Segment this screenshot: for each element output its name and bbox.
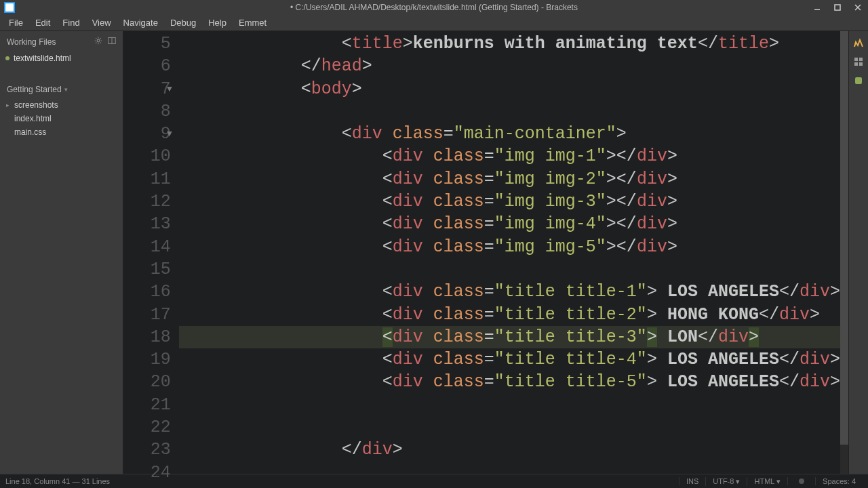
svg-rect-0 <box>5 3 14 12</box>
code-line[interactable]: <div class="main-container"> <box>179 123 840 145</box>
fold-toggle-icon[interactable]: ▼ <box>167 123 172 145</box>
menu-navigate[interactable]: Navigate <box>117 15 164 31</box>
maximize-button[interactable] <box>827 0 848 15</box>
project-header[interactable]: Getting Started <box>0 81 123 98</box>
menu-view[interactable]: View <box>86 15 117 31</box>
code-line[interactable]: </div> <box>179 439 840 461</box>
tree-folder[interactable]: screenshots <box>0 98 123 112</box>
line-gutter: 567▼89▼101112131415161718192021222324 <box>123 31 179 474</box>
cursor-position[interactable]: Line 18, Column 41 — 31 Lines <box>5 477 679 485</box>
window-title: • C:/Users/ADIL AHMAD/Desktop/k/textwits… <box>290 3 578 12</box>
code-line[interactable]: <div class="img img-2"></div> <box>179 168 840 190</box>
indent-mode[interactable]: Spaces: 4 <box>815 477 863 485</box>
fold-toggle-icon[interactable]: ▼ <box>167 78 172 100</box>
app-logo-icon <box>4 2 15 13</box>
tree-file[interactable]: main.css <box>0 125 123 139</box>
code-line[interactable] <box>179 416 840 439</box>
code-line[interactable]: <div class="title title-3"> LON</div> <box>179 326 840 348</box>
lint-status-icon[interactable] <box>787 477 815 485</box>
minimize-button[interactable] <box>807 0 827 15</box>
code-line[interactable]: <body> <box>179 78 840 100</box>
svg-rect-8 <box>854 58 858 61</box>
menu-edit[interactable]: Edit <box>29 15 56 31</box>
code-line[interactable]: <div class="img img-1"></div> <box>179 145 840 167</box>
code-line[interactable] <box>179 258 840 281</box>
working-files-label: Working Files <box>7 37 56 47</box>
code-line[interactable]: <div class="title title-2"> HONG KONG</d… <box>179 304 840 326</box>
code-line[interactable]: <div class="img img-3"></div> <box>179 190 840 213</box>
live-preview-icon[interactable] <box>852 37 865 49</box>
menu-file[interactable]: File <box>3 15 29 31</box>
code-line[interactable]: <div class="img img-4"></div> <box>179 213 840 235</box>
insert-mode[interactable]: INS <box>679 477 705 485</box>
main-area: Working Files textwitslide.html Getting … <box>0 31 868 474</box>
menubar: FileEditFindViewNavigateDebugHelpEmmet <box>0 15 868 31</box>
menu-help[interactable]: Help <box>202 15 233 31</box>
menu-emmet[interactable]: Emmet <box>233 15 273 31</box>
project-label: Getting Started <box>7 85 62 94</box>
code-line[interactable]: <title>kenburns with animating text</tit… <box>179 33 840 55</box>
svg-rect-12 <box>855 77 862 84</box>
code-line[interactable] <box>179 394 840 416</box>
titlebar: • C:/Users/ADIL AHMAD/Desktop/k/textwits… <box>0 0 868 15</box>
tree-file[interactable]: index.html <box>0 112 123 125</box>
code-line[interactable]: <div class="title title-5"> LOS ANGELES<… <box>179 371 840 393</box>
language-mode[interactable]: HTML ▾ <box>747 477 787 486</box>
scrollbar-thumb[interactable] <box>840 31 848 445</box>
plugin-icon[interactable] <box>852 75 865 87</box>
svg-point-5 <box>97 39 100 42</box>
split-view-icon[interactable] <box>108 37 116 47</box>
working-files-header: Working Files <box>0 31 123 51</box>
sidebar: Working Files textwitslide.html Getting … <box>0 31 123 474</box>
code-line[interactable] <box>179 100 840 123</box>
svg-rect-2 <box>835 5 840 10</box>
vertical-scrollbar[interactable] <box>840 31 848 474</box>
editor[interactable]: 567▼89▼101112131415161718192021222324 <t… <box>123 31 848 474</box>
working-file[interactable]: textwitslide.html <box>0 51 123 66</box>
svg-rect-10 <box>854 62 858 66</box>
extension-bar <box>848 31 868 474</box>
code-line[interactable]: </head> <box>179 55 840 77</box>
menu-debug[interactable]: Debug <box>164 15 202 31</box>
code-line[interactable] <box>179 462 840 474</box>
code-line[interactable]: <div class="img img-5"></div> <box>179 236 840 258</box>
code-line[interactable]: <div class="title title-4"> LOS ANGELES<… <box>179 348 840 371</box>
encoding[interactable]: UTF-8 ▾ <box>705 477 747 486</box>
close-button[interactable] <box>848 0 868 15</box>
svg-rect-9 <box>859 58 863 61</box>
gear-icon[interactable] <box>94 37 102 47</box>
svg-rect-11 <box>859 62 863 66</box>
code-line[interactable]: <div class="title title-1"> LOS ANGELES<… <box>179 281 840 303</box>
extension-manager-icon[interactable] <box>852 56 865 68</box>
menu-find[interactable]: Find <box>56 15 85 31</box>
code-area[interactable]: <title>kenburns with animating text</tit… <box>179 31 840 474</box>
